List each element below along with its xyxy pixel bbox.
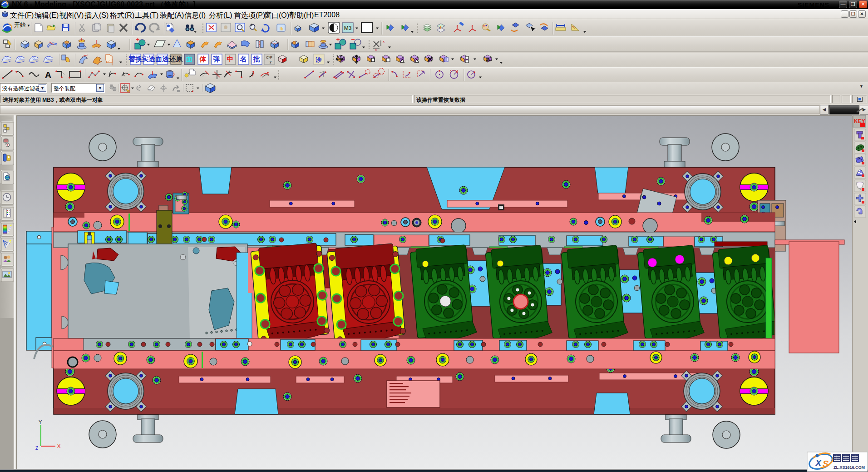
svg-text:A: A (45, 70, 51, 80)
svg-text:体: 体 (199, 55, 207, 63)
svg-text:实透: 实透 (142, 55, 156, 63)
svg-text:面: 面 (186, 55, 193, 63)
svg-text:x: x (375, 48, 377, 52)
svg-text:还原: 还原 (169, 55, 183, 63)
svg-text:CºP: CºP (266, 55, 272, 60)
svg-text:X: X (57, 443, 61, 449)
svg-text:Z: Z (35, 446, 38, 451)
svg-text:名: 名 (240, 55, 247, 63)
svg-text:面透: 面透 (155, 55, 169, 63)
svg-text:批: 批 (253, 55, 260, 63)
svg-text:x: x (383, 40, 385, 44)
svg-text:S: S (823, 459, 829, 469)
svg-text:弹: 弹 (213, 55, 220, 63)
svg-text:M3: M3 (344, 25, 352, 31)
svg-text:中: 中 (227, 55, 234, 63)
svg-text:ZL.XS1616.COM: ZL.XS1616.COM (833, 465, 865, 470)
svg-text:Y: Y (39, 419, 42, 425)
svg-text:x: x (488, 56, 490, 60)
svg-text:涉: 涉 (316, 56, 322, 63)
svg-text:X: X (815, 458, 822, 468)
svg-text:替换: 替换 (128, 55, 142, 63)
svg-text:y: y (270, 60, 271, 64)
